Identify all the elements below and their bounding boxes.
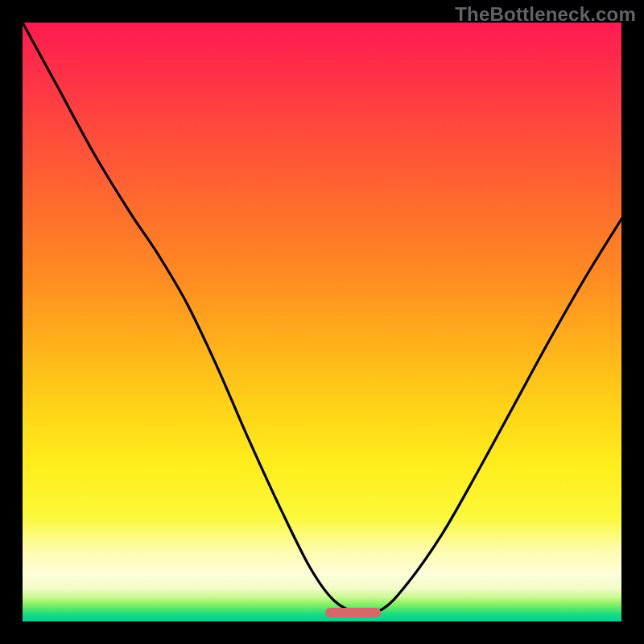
watermark-text: TheBottleneck.com — [455, 3, 636, 26]
bottleneck-curve — [23, 23, 621, 621]
optimal-range-marker — [325, 608, 380, 617]
chart-frame: TheBottleneck.com — [0, 0, 644, 644]
plot-area — [23, 23, 621, 621]
